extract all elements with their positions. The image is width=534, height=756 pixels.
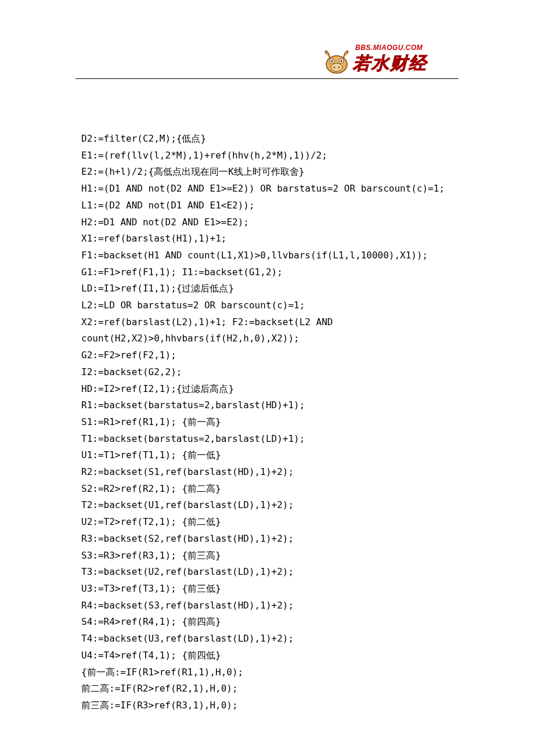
document-page: BBS.MIAOGU.COM 若水财经 D2:=filter(C2,M);{低点…	[0, 0, 534, 756]
code-line: LD:=I1>ref(I1,1);{过滤后低点}	[81, 280, 453, 297]
code-line: R3:=backset(S2,ref(barslast(HD),1)+2);	[81, 531, 453, 548]
code-line: {前一高:=IF(R1>ref(R1,1),H,0);	[81, 664, 453, 681]
code-line: T2:=backset(U1,ref(barslast(LD),1)+2);	[81, 497, 453, 514]
code-line: I2:=backset(G2,2);	[81, 364, 453, 381]
code-line: D2:=filter(C2,M);{低点}	[81, 131, 453, 147]
code-line: U2:=T2>ref(T2,1); {前二低}	[81, 514, 453, 531]
svg-point-5	[341, 60, 342, 62]
code-line: G1:=F1>ref(F1,1); I1:=backset(G1,2);	[81, 264, 453, 281]
svg-point-6	[334, 67, 335, 69]
svg-point-7	[338, 67, 340, 69]
code-line: H1:=(D1 AND not(D2 AND E1>=E2)) OR barst…	[81, 181, 453, 197]
code-line: U1:=T1>ref(T1,1); {前一低}	[81, 447, 453, 464]
brand-url: BBS.MIAOGU.COM	[355, 44, 423, 52]
code-line: T1:=backset(barstatus=2,barslast(LD)+1);	[81, 431, 453, 448]
code-line: X1:=ref(barslast(H1),1)+1;	[81, 231, 453, 247]
header-logo-area: BBS.MIAOGU.COM 若水财经	[319, 44, 459, 75]
code-line: HD:=I2>ref(I2,1);{过滤后高点}	[81, 381, 453, 398]
code-line: U4:=T4>ref(T4,1); {前四低}	[81, 647, 453, 664]
code-line: F1:=backset(H1 AND count(L1,X1)>0,llvbar…	[81, 247, 453, 264]
code-line: U3:=T3>ref(T3,1); {前三低}	[81, 581, 453, 597]
code-line: X2:=ref(barslast(L2),1)+1; F2:=backset(L…	[81, 314, 453, 331]
code-line: S1:=R1>ref(R1,1); {前一高}	[81, 414, 453, 431]
code-line: 前三高:=IF(R3>ref(R3,1),H,0);	[81, 697, 453, 714]
code-content: D2:=filter(C2,M);{低点}E1:=(ref(llv(l,2*M)…	[0, 44, 534, 756]
brand-logo: BBS.MIAOGU.COM 若水财经	[319, 44, 459, 75]
code-line: R2:=backset(S1,ref(barslast(HD),1)+2);	[81, 464, 453, 481]
code-line: E1:=(ref(llv(l,2*M),1)+ref(hhv(h,2*M),1)…	[81, 147, 453, 164]
svg-point-1	[331, 63, 342, 71]
code-line: T4:=backset(U3,ref(barslast(LD),1)+2);	[81, 631, 453, 647]
code-line: S4:=R4>ref(R4,1); {前四高}	[81, 614, 453, 631]
code-line: R4:=backset(S3,ref(barslast(HD),1)+2);	[81, 597, 453, 614]
code-line: E2:=(h+l)/2;{高低点出现在同一K线上时可作取舍}	[81, 164, 453, 181]
code-line: 前二高:=IF(R2>ref(R2,1),H,0);	[81, 681, 453, 697]
code-line: L1:=(D2 AND not(D1 AND E1<E2));	[81, 197, 453, 214]
bull-icon	[319, 48, 351, 74]
code-line: S3:=R3>ref(R3,1); {前三高}	[81, 548, 453, 564]
code-line: H2:=D1 AND not(D2 AND E1>=E2);	[81, 214, 453, 231]
code-line: T3:=backset(U2,ref(barslast(LD),1)+2);	[81, 564, 453, 581]
code-line: G2:=F2>ref(F2,1);	[81, 347, 453, 364]
header-divider	[75, 78, 459, 79]
code-line: L2:=LD OR barstatus=2 OR barscount(c)=1;	[81, 297, 453, 314]
svg-point-4	[331, 60, 333, 62]
brand-name: 若水财经	[353, 52, 427, 75]
code-line: count(H2,X2)>0,hhvbars(if(H2,h,0),X2));	[81, 330, 453, 347]
code-line: S2:=R2>ref(R2,1); {前二高}	[81, 481, 453, 498]
code-line: R1:=backset(barstatus=2,barslast(HD)+1);	[81, 397, 453, 414]
